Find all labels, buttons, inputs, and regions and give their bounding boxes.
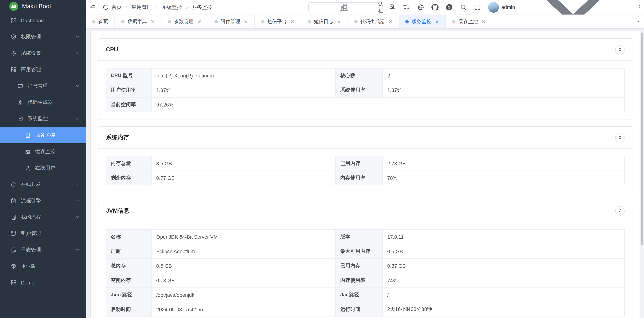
- github-button[interactable]: [432, 4, 438, 11]
- grid-icon: [10, 17, 17, 24]
- sidebar-item-service-monitor[interactable]: 服务监控: [0, 127, 86, 143]
- panel-cpu: CPUCPU 型号Intel(R) Xeon(R) Platinum核心数2用户…: [98, 38, 632, 120]
- row-label: 运行时间: [336, 302, 382, 317]
- row-value: 78%: [382, 171, 624, 185]
- sidebar-item-workflow-engine[interactable]: 流程引擎: [0, 192, 86, 209]
- sidebar-item-online-users[interactable]: 在线用户: [0, 160, 86, 176]
- sidebar-item-log-mgmt[interactable]: 日志管理: [0, 242, 86, 258]
- language-button[interactable]: [417, 4, 424, 11]
- chevron-down-icon: [75, 215, 80, 219]
- cloud-icon: [10, 181, 17, 187]
- font-size-icon: TT: [403, 4, 410, 11]
- panel-title: CPU: [106, 46, 118, 53]
- sidebar-item-demo[interactable]: Demo: [0, 274, 86, 291]
- row-value: /opt/java/openjdk: [152, 288, 336, 302]
- tab-list-dropdown[interactable]: [635, 15, 641, 28]
- close-tab-icon[interactable]: ✕: [290, 19, 294, 24]
- sidebar-item-tenant-mgmt[interactable]: 租户管理: [0, 225, 86, 242]
- tenant-select[interactable]: 默认租户: [308, 2, 380, 12]
- translate-button[interactable]: [389, 4, 396, 11]
- row-label: 最大可用内存: [336, 244, 382, 259]
- more-options-button[interactable]: [636, 4, 642, 11]
- tab-dot: [452, 20, 456, 23]
- panel-title: 系统内存: [106, 134, 129, 141]
- row-value: 74%: [382, 273, 624, 288]
- tab-label: 附件管理: [221, 18, 240, 25]
- tab-sms-platform[interactable]: 短信平台✕: [254, 15, 301, 28]
- row-label: 当前空闲率: [106, 97, 152, 112]
- tab-service-monitor[interactable]: 服务监控✕: [399, 15, 446, 28]
- tabs: 首页数据字典✕参数管理✕附件管理✕短信平台✕短信日志✕代码生成器✕服务监控✕缓存…: [86, 15, 492, 28]
- row-label: 空闲内存: [106, 273, 152, 288]
- table-row: 当前空闲率97.26%: [106, 97, 624, 112]
- memory-table: 内存总量3.5 GB已用内存2.73 GB剩余内存0.77 GB内存使用率78%: [106, 156, 624, 185]
- tab-data-dict[interactable]: 数据字典✕: [115, 15, 162, 28]
- vertical-scrollbar[interactable]: [641, 32, 643, 245]
- sidebar-item-codegen[interactable]: 代码生成器: [0, 94, 86, 111]
- tab-sms-logs[interactable]: 短信日志✕: [301, 15, 348, 28]
- close-tab-icon[interactable]: ✕: [151, 19, 155, 24]
- search-button[interactable]: [460, 4, 467, 11]
- sidebar-item-my-flows[interactable]: 我的流程: [0, 209, 86, 225]
- sidebar-item-online-dev[interactable]: 在线开发: [0, 176, 86, 192]
- sidebar-item-enterprise[interactable]: 企业版: [0, 258, 86, 274]
- tab-attachments[interactable]: 附件管理✕: [208, 15, 255, 28]
- gem-icon: [10, 263, 17, 269]
- panel-body: 名称OpenJDK 64-Bit Server VM版本17.0.11厂商Ecl…: [98, 222, 632, 318]
- sidebar-item-cache-monitor[interactable]: 缓存监控: [0, 143, 86, 160]
- breadcrumb-item[interactable]: 首页: [112, 4, 122, 11]
- collapse-sidebar-button[interactable]: [89, 4, 96, 11]
- sidebar-item-label: Dashboard: [21, 18, 46, 23]
- language-icon: [417, 4, 424, 11]
- clipboard-icon: [10, 197, 17, 204]
- font-size-button[interactable]: TT: [403, 4, 410, 11]
- sidebar-item-message[interactable]: 消息管理: [0, 78, 86, 94]
- chevron-down-icon: [75, 231, 80, 236]
- row-label: 用户使用率: [106, 83, 152, 97]
- close-tab-icon[interactable]: ✕: [482, 19, 486, 24]
- row-label: 系统使用率: [336, 83, 382, 97]
- tab-home[interactable]: 首页: [86, 15, 115, 28]
- close-tab-icon[interactable]: ✕: [197, 19, 201, 24]
- svg-text:T: T: [407, 5, 410, 9]
- tab-label: 参数管理: [174, 18, 194, 25]
- tab-label: 代码生成器: [360, 18, 385, 25]
- cpu-table: CPU 型号Intel(R) Xeon(R) Platinum核心数2用户使用率…: [106, 68, 624, 112]
- sync-icon: [618, 208, 622, 213]
- chevron-right-icon: [155, 5, 159, 9]
- sidebar-item-system-settings[interactable]: 系统设置: [0, 45, 86, 61]
- row-value: 0.77 GB: [152, 171, 336, 185]
- chevron-right-icon: [185, 5, 189, 9]
- tab-label: 短信日志: [314, 18, 333, 25]
- breadcrumb-item[interactable]: 系统监控: [162, 4, 182, 11]
- sidebar-item-label: 在线用户: [35, 164, 55, 171]
- sidebar-item-dashboard[interactable]: Dashboard: [0, 12, 86, 29]
- tab-params[interactable]: 参数管理✕: [162, 15, 208, 28]
- tab-label: 数据字典: [128, 18, 147, 25]
- close-tab-icon[interactable]: ✕: [244, 19, 248, 24]
- fullscreen-button[interactable]: [474, 4, 481, 11]
- panel-body: CPU 型号Intel(R) Xeon(R) Platinum核心数2用户使用率…: [98, 61, 632, 120]
- refresh-page-button[interactable]: [102, 4, 109, 11]
- table-row: 空闲内存0.13 GB内存使用率74%: [106, 273, 624, 288]
- tab-cache-monitor[interactable]: 缓存监控✕: [446, 15, 492, 28]
- sidebar-item-permission[interactable]: 权限管理: [0, 29, 86, 45]
- logo-icon: [9, 2, 18, 11]
- chevron-down-icon: [75, 280, 80, 285]
- close-tab-icon[interactable]: ✕: [435, 19, 439, 24]
- row-value: 97.26%: [152, 97, 624, 112]
- panel-refresh-button[interactable]: [615, 206, 624, 215]
- gitee-button[interactable]: G: [446, 4, 453, 11]
- panel-refresh-button[interactable]: [615, 45, 624, 54]
- panel-refresh-button[interactable]: [615, 133, 624, 142]
- sidebar-item-app-management[interactable]: 应用管理: [0, 61, 86, 78]
- sidebar: Maku Boot Dashboard权限管理系统设置应用管理消息管理代码生成器…: [0, 0, 86, 318]
- close-tab-icon[interactable]: ✕: [388, 19, 392, 24]
- sidebar-item-label: 应用管理: [21, 66, 41, 73]
- breadcrumb-item[interactable]: 应用管理: [132, 4, 152, 11]
- tabbar: 首页数据字典✕参数管理✕附件管理✕短信平台✕短信日志✕代码生成器✕服务监控✕缓存…: [86, 14, 644, 29]
- topbar-left: [89, 4, 109, 11]
- sidebar-item-system-monitor[interactable]: 系统监控: [0, 111, 86, 127]
- tab-codegen[interactable]: 代码生成器✕: [348, 15, 399, 28]
- close-tab-icon[interactable]: ✕: [337, 19, 341, 24]
